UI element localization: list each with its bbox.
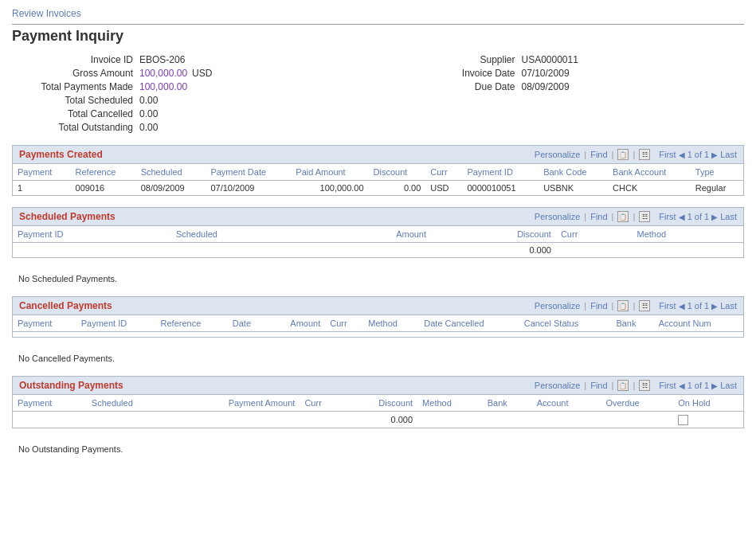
col-overdue: Overdue bbox=[601, 395, 673, 412]
outstanding-personalize[interactable]: Personalize bbox=[535, 381, 580, 390]
scheduled-nav-last: Last bbox=[720, 212, 737, 221]
table-row bbox=[13, 332, 743, 338]
scheduled-view-icon[interactable]: 📋 bbox=[617, 211, 629, 222]
col-discount: Discount bbox=[344, 395, 417, 412]
outstanding-payments-title: Outstanding Payments bbox=[19, 380, 123, 391]
scheduled-payments-table: Payment ID Scheduled Amount Discount Cur… bbox=[13, 226, 743, 257]
invoice-id-value: EBOS-206 bbox=[139, 54, 185, 65]
cell-curr bbox=[556, 243, 633, 258]
cancelled-payments-controls: Personalize | Find | 📋 | ☷ First ◀ 1 of … bbox=[535, 300, 737, 311]
cell-scheduled: 08/09/2009 bbox=[136, 181, 206, 196]
col-bank: Bank bbox=[483, 395, 532, 412]
col-scheduled: Scheduled bbox=[136, 164, 206, 181]
outstanding-no-records: No Outstanding Payments. bbox=[12, 440, 744, 459]
invoice-id-label: Invoice ID bbox=[12, 54, 139, 65]
col-payment-id: Payment ID bbox=[76, 315, 156, 332]
payments-created-grid-icon[interactable]: ☷ bbox=[639, 149, 650, 160]
total-cancelled-label: Total Cancelled bbox=[12, 108, 139, 119]
col-payment-id: Payment ID bbox=[462, 164, 539, 181]
cancelled-no-records: No Cancelled Payments. bbox=[12, 349, 744, 368]
page-title: Payment Inquiry bbox=[12, 28, 744, 45]
cell-scheduled bbox=[171, 243, 317, 258]
total-outstanding-value: 0.00 bbox=[139, 122, 158, 133]
payments-created-header-row: Payment Reference Scheduled Payment Date… bbox=[13, 164, 743, 181]
cell-curr: USD bbox=[425, 181, 462, 196]
outstanding-view-icon[interactable]: 📋 bbox=[617, 380, 629, 391]
total-payments-value: 100,000.00 bbox=[139, 81, 187, 92]
cancelled-grid-icon[interactable]: ☷ bbox=[639, 300, 650, 311]
cancelled-view-icon[interactable]: 📋 bbox=[617, 300, 629, 311]
scheduled-next-btn[interactable]: ▶ bbox=[711, 213, 718, 221]
col-amount: Amount bbox=[317, 226, 431, 243]
scheduled-grid-icon[interactable]: ☷ bbox=[639, 211, 650, 222]
due-date-value: 08/09/2009 bbox=[522, 81, 570, 92]
invoice-date-label: Invoice Date bbox=[394, 68, 522, 79]
gross-amount-currency: USD bbox=[192, 68, 212, 79]
scheduled-payments-controls: Personalize | Find | 📋 | ☷ First ◀ 1 of … bbox=[535, 211, 737, 222]
cell-discount: 0.000 bbox=[431, 243, 556, 258]
total-scheduled-label: Total Scheduled bbox=[12, 95, 139, 106]
col-discount: Discount bbox=[369, 164, 426, 181]
table-row: 1 009016 08/09/2009 07/10/2009 100,000.0… bbox=[13, 181, 743, 196]
col-account: Account bbox=[532, 395, 601, 412]
payments-created-page: 1 of 1 bbox=[687, 150, 710, 159]
total-cancelled-value: 0.00 bbox=[139, 108, 158, 119]
cell-payment-id bbox=[13, 243, 171, 258]
cell-method bbox=[633, 243, 743, 258]
outstanding-payments-controls: Personalize | Find | 📋 | ☷ First ◀ 1 of … bbox=[535, 380, 737, 391]
outstanding-payments-header: Outstanding Payments Personalize | Find … bbox=[13, 377, 743, 395]
outstanding-grid-icon[interactable]: ☷ bbox=[639, 380, 650, 391]
outstanding-prev-btn[interactable]: ◀ bbox=[679, 381, 685, 390]
scheduled-personalize[interactable]: Personalize bbox=[535, 212, 580, 221]
col-type: Type bbox=[691, 164, 743, 181]
gross-amount-label: Gross Amount bbox=[12, 68, 139, 79]
cancelled-next-btn[interactable]: ▶ bbox=[711, 302, 718, 311]
col-method: Method bbox=[633, 226, 743, 243]
cancelled-payments-title: Cancelled Payments bbox=[19, 300, 112, 311]
col-reference: Reference bbox=[156, 315, 228, 332]
cancelled-nav-last: Last bbox=[720, 301, 737, 311]
cancelled-payments-table: Payment Payment ID Reference Date Amount… bbox=[13, 315, 743, 337]
col-paid-amount: Paid Amount bbox=[291, 164, 368, 181]
due-date-label: Due Date bbox=[394, 81, 522, 92]
outstanding-next-btn[interactable]: ▶ bbox=[711, 381, 718, 390]
cancelled-prev-btn[interactable]: ◀ bbox=[679, 302, 685, 311]
cell-reference: 009016 bbox=[71, 181, 136, 196]
payments-created-header: Payments Created Personalize | Find | 📋 … bbox=[13, 146, 743, 164]
payments-created-view-icon[interactable]: 📋 bbox=[617, 149, 629, 160]
payments-created-nav-last: Last bbox=[720, 150, 737, 159]
col-method: Method bbox=[363, 315, 419, 332]
cell-type: Regular bbox=[691, 181, 743, 196]
outstanding-payments-table: Payment Scheduled Payment Amount Curr Di… bbox=[13, 395, 743, 428]
col-curr: Curr bbox=[300, 395, 344, 412]
col-payment-date: Payment Date bbox=[206, 164, 291, 181]
col-date-cancelled: Date Cancelled bbox=[419, 315, 519, 332]
scheduled-find[interactable]: Find bbox=[590, 212, 607, 221]
payments-created-prev-btn[interactable]: ◀ bbox=[679, 150, 685, 159]
payments-created-nav-first: First bbox=[659, 150, 676, 159]
scheduled-page: 1 of 1 bbox=[687, 212, 710, 221]
on-hold-checkbox[interactable] bbox=[678, 415, 688, 425]
gross-amount-value: 100,000.00 bbox=[139, 68, 187, 79]
scheduled-prev-btn[interactable]: ◀ bbox=[679, 213, 685, 221]
payments-created-find[interactable]: Find bbox=[590, 150, 607, 159]
cell-discount: 0.00 bbox=[369, 181, 426, 196]
payments-created-next-btn[interactable]: ▶ bbox=[711, 150, 718, 159]
col-amount: Amount bbox=[268, 315, 325, 332]
outstanding-find[interactable]: Find bbox=[590, 381, 607, 390]
breadcrumb: Review Invoices bbox=[12, 8, 744, 25]
col-payment: Payment bbox=[13, 315, 76, 332]
cell-paid-amount: 100,000.00 bbox=[291, 181, 368, 196]
supplier-value: USA0000011 bbox=[522, 54, 578, 65]
total-outstanding-label: Total Outstanding bbox=[12, 122, 139, 133]
col-curr: Curr bbox=[556, 226, 633, 243]
payments-created-personalize[interactable]: Personalize bbox=[535, 150, 580, 159]
cell-amount bbox=[317, 243, 431, 258]
breadcrumb-link[interactable]: Review Invoices bbox=[12, 8, 81, 19]
col-payment: Payment bbox=[13, 395, 87, 412]
cancelled-personalize[interactable]: Personalize bbox=[535, 301, 580, 311]
col-scheduled: Scheduled bbox=[87, 395, 172, 412]
cancelled-find[interactable]: Find bbox=[590, 301, 607, 311]
col-payment-id: Payment ID bbox=[13, 226, 171, 243]
outstanding-nav-last: Last bbox=[720, 381, 737, 390]
